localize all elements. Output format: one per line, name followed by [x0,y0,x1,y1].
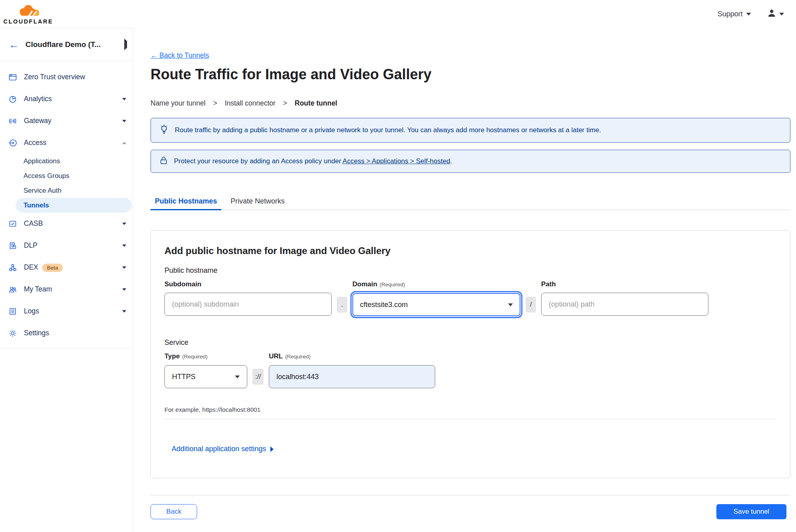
back-arrow-icon[interactable]: ← [9,39,19,50]
scheme-separator: :// [252,369,264,385]
sidebar-subitem-label: Tunnels [23,201,49,209]
back-to-tunnels-link[interactable]: ← Back to Tunnels [151,51,209,60]
analytics-pie-icon [8,95,17,104]
tip-banner-text: Route traffic by adding a public hostnam… [175,126,601,134]
sidebar-subitem-label: Applications [23,157,60,165]
chevron-down-icon [122,223,126,225]
sidebar-item-access[interactable]: Access [0,132,133,154]
sidebar-item-analytics[interactable]: Analytics [0,88,133,110]
tab-private-networks[interactable]: Private Networks [226,192,289,210]
tip-banner: Route traffic by adding a public hostnam… [151,118,790,143]
subdomain-label: Subdomain [164,280,332,288]
chevron-down-icon [122,120,126,122]
additional-settings-label: Additional application settings [172,445,266,453]
page-title: Route Traffic for Image and Video Galler… [151,66,790,83]
chevron-up-icon [122,142,126,144]
sidebar-item-access-groups[interactable]: Access Groups [0,168,133,183]
sidebar-collapse-toggle[interactable] [123,39,129,50]
service-type-select[interactable]: HTTPS [164,365,247,388]
gear-icon [8,329,17,338]
sidebar-item-dex[interactable]: DEXBeta [0,256,133,278]
lock-icon [159,156,168,167]
chevron-down-icon [122,266,126,269]
sidebar-nav: Zero Trust overview Analytics Gateway [0,61,133,348]
main-content: ← Back to Tunnels Route Traffic for Imag… [133,28,796,532]
sidebar-subitem-label: Service Auth [23,187,61,195]
additional-application-settings-toggle[interactable]: Additional application settings [172,445,274,453]
sidebar-item-label: Logs [24,307,115,315]
domain-select[interactable]: cftestsite3.com [352,293,520,316]
sidebar-item-label: Analytics [24,95,115,103]
sidebar-item-label: CASB [24,219,115,228]
chevron-right-icon [270,446,274,452]
chevron-down-icon [779,13,784,16]
card-divider [164,419,776,419]
url-label: URL(Required) [269,352,435,361]
document-lock-icon [8,241,17,250]
sidebar-item-applications[interactable]: Applications [0,154,133,168]
sidebar-item-my-team[interactable]: My Team [0,278,133,300]
sidebar-item-label: My Team [24,285,115,293]
service-fields-row: Type(Required) HTTPS :// URL(Required) [164,352,776,388]
access-policy-banner: Protect your resource by adding an Acces… [151,150,790,173]
required-hint: (Required) [285,354,311,360]
top-bar: CLOUDFLARE Support [0,0,796,28]
required-hint: (Required) [182,354,207,360]
sidebar-item-logs[interactable]: Logs [0,300,133,322]
sidebar-item-settings[interactable]: Settings [0,322,133,344]
sidebar-item-dlp[interactable]: DLP [0,235,133,256]
url-example-hint: For example, https://localhost:8001 [164,406,776,413]
path-input[interactable] [541,293,708,316]
sidebar-item-label: Access [24,139,115,147]
sidebar-item-label: Zero Trust overview [24,73,126,81]
cloudflare-logo[interactable]: CLOUDFLARE [6,4,51,25]
subdomain-input[interactable] [164,293,332,316]
domain-label: Domain(Required) [352,280,520,289]
domain-selected-value: cftestsite3.com [360,301,408,309]
service-section-label: Service [164,338,776,347]
chevron-down-icon [122,288,126,291]
sidebar-item-label: DLP [24,241,115,250]
step-separator: > [213,99,217,108]
sidebar-item-label: Gateway [24,117,115,125]
step-name-your-tunnel[interactable]: Name your tunnel [151,99,205,108]
access-applications-self-hosted-link[interactable]: Access > Applications > Self-hosted [342,157,450,165]
step-separator: > [283,99,287,108]
chevron-down-icon [122,244,126,247]
step-route-tunnel: Route tunnel [295,99,337,108]
dot-separator: . [337,297,347,313]
sidebar: ← Cloudflare Demo (T... Zero Trust overv… [0,28,133,532]
user-menu[interactable] [767,8,784,20]
support-menu[interactable]: Support [718,10,751,18]
tab-public-hostnames[interactable]: Public Hostnames [151,192,221,210]
hostname-fields-row: Subdomain . Domain(Required) cftestsite3… [164,280,776,316]
user-icon [767,8,776,20]
chevron-down-icon [508,303,513,306]
public-hostname-section-label: Public hostname [164,266,776,275]
casb-icon [8,219,17,228]
back-button[interactable]: Back [151,504,197,519]
footer-actions: Back Save tunnel [151,504,790,519]
footer-divider [151,495,790,495]
step-install-connector[interactable]: Install connector [225,99,275,108]
team-icon [8,285,17,294]
sidebar-item-gateway[interactable]: Gateway [0,110,133,132]
service-url-input[interactable] [269,365,435,388]
path-label: Path [541,280,708,288]
access-icon [8,139,17,147]
logs-list-icon [8,307,17,316]
required-hint: (Required) [379,282,405,288]
chevron-right-icon [124,39,127,50]
save-tunnel-button[interactable]: Save tunnel [716,504,786,519]
sidebar-item-tunnels[interactable]: Tunnels [16,198,132,213]
gateway-icon [8,117,17,125]
sidebar-account-header: ← Cloudflare Demo (T... [0,28,133,61]
sidebar-item-service-auth[interactable]: Service Auth [0,183,133,198]
sidebar-divider [0,348,133,348]
access-policy-banner-text: Protect your resource by adding an Acces… [174,157,452,165]
sidebar-item-casb[interactable]: CASB [0,213,133,235]
slash-separator: / [526,297,536,313]
chevron-down-icon [235,376,240,378]
sidebar-item-label: DEXBeta [24,263,115,272]
sidebar-item-zero-trust-overview[interactable]: Zero Trust overview [0,66,133,88]
